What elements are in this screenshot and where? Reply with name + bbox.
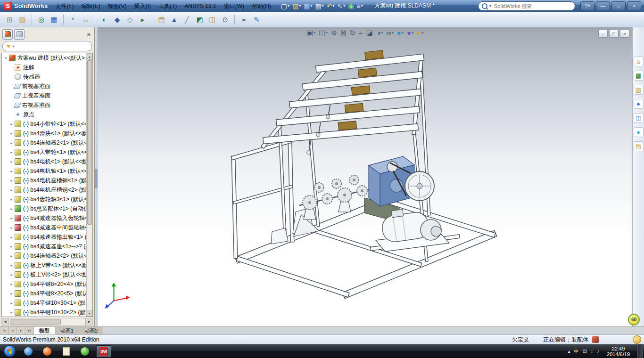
tree-item[interactable]: ▸(-) bs4减速器输入齿轮轴< [2, 213, 92, 223]
apply-scene-icon[interactable]: ●▾ [407, 29, 413, 37]
menu-item-2[interactable]: 视图(V) [104, 0, 131, 12]
tree-item[interactable]: 传感器 [2, 72, 92, 81]
insert-component-icon[interactable]: ⊞ [4, 14, 16, 25]
tree-item[interactable]: ▸(-) 板上V带<2> (默认<<默 [2, 270, 92, 279]
expander-icon[interactable]: ▸ [9, 150, 14, 155]
sketch-icon[interactable]: ✎ [251, 14, 263, 25]
section-view-icon[interactable]: ◪ [366, 29, 373, 37]
interference-detection-icon[interactable]: ◩ [194, 14, 206, 25]
design-library-icon[interactable]: ▦ [634, 71, 644, 81]
view-setting-ball-icon[interactable]: ●▾ [417, 29, 423, 37]
expander-icon[interactable]: ▸ [9, 254, 14, 258]
doc-minimize-button[interactable]: — [598, 30, 608, 38]
appearances-icon[interactable]: ● [634, 127, 644, 137]
pinned-notepad[interactable] [58, 345, 74, 358]
dropdown-arrow-icon[interactable]: ▾ [343, 4, 345, 8]
assembly-features-icon[interactable]: ◆ [111, 14, 123, 25]
show-desktop-button[interactable] [637, 344, 643, 358]
doc-close-button[interactable]: × [620, 30, 629, 38]
expander-icon[interactable]: ▸ [9, 160, 14, 164]
tab-nav-first[interactable]: |◂ [0, 327, 8, 334]
view-settings-icon[interactable]: ◑▾ [376, 29, 383, 37]
undo-icon[interactable]: ↶▾ [325, 1, 336, 11]
pinned-green-browser[interactable] [77, 345, 92, 358]
menu-item-4[interactable]: 工具(T) [155, 0, 181, 12]
taskbar-clock[interactable]: 22:49 2014/6/19 [603, 346, 634, 357]
exploded-view-icon[interactable]: ▲ [168, 14, 180, 25]
minimize-button[interactable]: — [596, 1, 610, 10]
options-icon[interactable]: ≡▾ [355, 1, 364, 11]
tree-item[interactable]: ▸(-) 板上V带<1> (默认<<默 [2, 260, 92, 270]
pan-view-icon[interactable]: + [359, 29, 363, 37]
tab-nav-last[interactable]: ▸| [25, 327, 34, 334]
dropdown-arrow-icon[interactable]: ▾ [310, 4, 312, 8]
tree-item[interactable]: ▸(-) bs4大带轮<1> (默认<< [2, 147, 92, 157]
maximize-button[interactable]: □ [611, 1, 626, 10]
edit-assembly-icon[interactable] [592, 336, 599, 343]
mate-icon[interactable]: ◎ [35, 14, 47, 25]
tree-vertical-scrollbar[interactable]: ▲ ▼ [86, 53, 92, 317]
expander-icon[interactable]: ▸ [9, 179, 14, 183]
menu-item-5[interactable]: ANSYS 12.1 [181, 0, 220, 12]
search-box[interactable]: ▾ [478, 1, 575, 11]
print-icon[interactable]: ▤▾ [314, 1, 325, 11]
new-document-icon[interactable]: ▢▾ [280, 1, 291, 11]
dropdown-arrow-icon[interactable]: ▾ [314, 29, 315, 37]
expander-icon[interactable]: ▸ [9, 188, 14, 192]
smart-fasteners-icon[interactable]: * [67, 14, 79, 25]
tree-item[interactable]: ▸(-) bs4减速器中间齿轮轴< [2, 223, 92, 232]
tree-item[interactable]: ▸(-) bs4电机<1> (默认<<默 [2, 157, 92, 166]
rotate-view-icon[interactable]: ↻ [350, 29, 356, 37]
solidworks-taskbar-button[interactable]: SW [96, 345, 111, 358]
dropdown-arrow-icon[interactable]: ▾ [299, 4, 301, 8]
expander-icon[interactable]: ▸ [9, 301, 14, 305]
measure-icon[interactable]: ≍ [238, 14, 250, 25]
dropdown-arrow-icon[interactable]: ▾ [332, 4, 334, 8]
tree-root-item[interactable]: ▾方案wu 建模 (默认<<默认>_显 [2, 53, 92, 63]
expander-icon[interactable]: ▸ [9, 310, 14, 315]
show-hidden-components-icon[interactable]: ◐ [99, 14, 110, 25]
expander-icon[interactable]: ▸ [9, 141, 14, 145]
tree-item[interactable]: ▸(-) bs4平键8×20<4> (默认 [2, 279, 92, 289]
display-tray-icon[interactable]: ▤ [583, 349, 587, 354]
tree-filter-bar[interactable]: ▾ [2, 41, 92, 51]
expander-icon[interactable]: ▸ [9, 235, 14, 239]
quick-launch-blue-app[interactable] [21, 345, 36, 358]
dropdown-arrow-icon[interactable]: ▾ [381, 29, 383, 37]
reference-geometry-icon[interactable]: ◇ [124, 14, 136, 25]
graphics-viewport[interactable]: ▣▾◫▾⊕⊠↻+◪◑▾∞▾●▾●▾●▾ — □ × [98, 27, 632, 326]
start-orb[interactable] [2, 345, 17, 358]
dropdown-arrow-icon[interactable]: ▾ [361, 4, 363, 8]
dropdown-arrow-icon[interactable]: ▾ [392, 29, 394, 37]
toolbox-icon[interactable]: ● [634, 99, 644, 109]
expander-icon[interactable]: ▸ [9, 197, 14, 202]
tab-nav-next[interactable]: ▸ [17, 327, 25, 334]
ime-indicator[interactable]: 中 [574, 348, 579, 355]
tree-item[interactable]: +原点 [2, 110, 92, 119]
close-button[interactable]: × [627, 1, 641, 10]
menu-item-6[interactable]: 窗口(W) [220, 0, 248, 12]
featuremanager-tab[interactable] [2, 29, 13, 40]
expander-icon[interactable]: ▸ [9, 292, 14, 296]
view-orientation-icon[interactable]: ▣▾ [306, 29, 315, 37]
expander-icon[interactable]: ▸ [9, 122, 14, 126]
scrollbar-thumb[interactable] [10, 319, 61, 325]
tree-item[interactable]: ▸(-) bs4减速器输出轴<1> (默 [2, 232, 92, 242]
propertymanager-tab[interactable] [14, 29, 25, 40]
expander-icon[interactable]: ▸ [9, 226, 14, 230]
dropdown-arrow-icon[interactable]: ▾ [288, 4, 289, 8]
scrollbar-thumb[interactable] [87, 60, 92, 225]
display-style-icon[interactable]: ◫▾ [319, 29, 328, 37]
dropdown-arrow-icon[interactable]: ▾ [412, 29, 413, 37]
tree-item[interactable]: ▸(-) bs4小带轮<1> (默认<< [2, 119, 92, 129]
tree-item[interactable]: ▸(-) bs4连轴器2<2> (默认< [2, 251, 92, 260]
tree-horizontal-scrollbar[interactable]: ◀ ▶ [1, 318, 93, 325]
tab-motion2[interactable]: 动画2 [79, 327, 103, 334]
hole-alignment-icon[interactable]: ⊙ [219, 14, 231, 25]
dropdown-arrow-icon[interactable]: ▾ [421, 29, 423, 37]
solidworks-search-input[interactable] [493, 3, 571, 9]
assembly-model[interactable] [98, 27, 632, 326]
menu-item-3[interactable]: 插入(I) [131, 0, 155, 12]
expander-icon[interactable]: ▸ [9, 216, 14, 220]
scroll-left-icon[interactable]: ◀ [2, 318, 9, 325]
